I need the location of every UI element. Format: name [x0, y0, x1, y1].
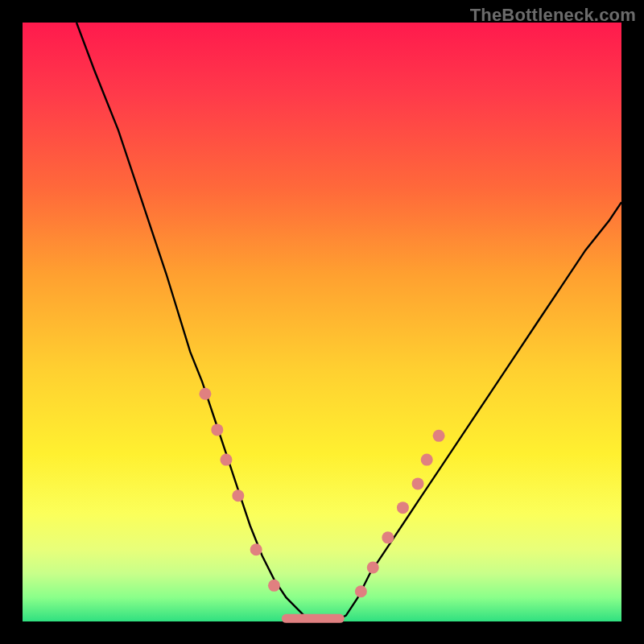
plot-area [23, 23, 621, 621]
chart-svg [23, 23, 621, 621]
marker-dot [397, 502, 409, 514]
watermark-text: TheBottleneck.com [470, 5, 636, 26]
bottleneck-curve [76, 23, 621, 621]
marker-dot [250, 543, 262, 555]
marker-dot [220, 454, 232, 466]
marker-dot [268, 580, 280, 592]
marker-dot [382, 531, 394, 543]
marker-dot [232, 489, 244, 502]
chart-frame: TheBottleneck.com [0, 0, 644, 644]
marker-dot [355, 585, 367, 597]
marker-dot [412, 477, 424, 489]
marker-dot [421, 454, 433, 466]
marker-dot [199, 388, 211, 400]
markers-left [199, 388, 280, 592]
marker-dot [211, 423, 223, 436]
marker-dot [433, 430, 445, 442]
markers-right [355, 430, 445, 597]
marker-dot [367, 562, 379, 574]
